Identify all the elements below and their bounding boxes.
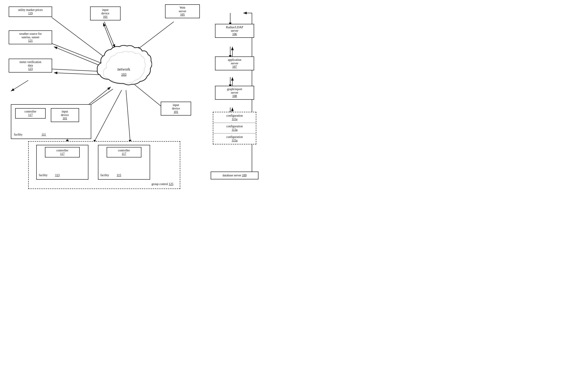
weather-source-ref: 121: [28, 39, 33, 42]
database-server-ref: 109: [242, 174, 246, 177]
graph-report-box: graph/reportserver 108: [215, 86, 254, 100]
radius-ldap-ref: 106: [232, 33, 237, 36]
application-server-box: applicationserver 107: [215, 56, 254, 70]
web-server-box: Webserver 105: [165, 4, 200, 18]
facility-115-label: facility 115: [100, 173, 121, 177]
controller-117-facility115-label: controller: [118, 149, 130, 152]
controller-117-facility113-box: controller 117: [45, 147, 80, 157]
input-device-right-label: inputdevice: [172, 103, 180, 110]
input-device-right-ref: 101: [174, 110, 178, 113]
graph-report-ref: 108: [232, 95, 237, 98]
application-server-label: applicationserver: [228, 58, 241, 65]
radius-ldap-box: Radius/LDAPserver 106: [215, 24, 254, 38]
weather-source-label: weather source forsunrise, sunset: [19, 32, 42, 39]
svg-line-27: [11, 80, 28, 91]
radius-ldap-label: Radius/LDAPserver: [226, 26, 243, 32]
database-server-box: database server 109: [211, 172, 258, 179]
controller-117-facility113-label: controller: [57, 149, 68, 152]
input-device-top-label: inputdevice: [101, 8, 110, 15]
controller-117-facility111-label: controller: [25, 110, 36, 113]
input-device-top-box: inputdevice 101: [90, 7, 121, 20]
meter-verification-box: meter verificationdata 123: [9, 59, 52, 72]
database-server-label: database server: [223, 174, 241, 177]
config-115a-ref: 115a: [232, 139, 238, 142]
network-cloud: network 103: [96, 43, 152, 91]
meter-verification-label: meter verificationdata: [20, 60, 41, 67]
weather-source-box: weather source forsunrise, sunset 121: [9, 30, 52, 44]
group-control-label: group control 125: [152, 182, 173, 186]
input-device-right-box: inputdevice 101: [161, 102, 191, 115]
svg-line-14: [93, 90, 122, 143]
input-device-facility111-box: inputdevice 101: [51, 108, 79, 122]
config-111a-ref: 111a: [232, 117, 237, 121]
graph-report-label: graph/reportserver: [227, 87, 242, 94]
application-server-ref: 107: [232, 65, 237, 69]
web-server-label: Webserver: [179, 6, 186, 13]
controller-117-facility113-ref: 117: [60, 152, 65, 155]
diagram: utility market prices 119 weather source…: [0, 0, 283, 196]
config-115a-label: configuration: [226, 135, 243, 139]
config-113a-box: configuration 113a: [213, 123, 256, 134]
controller-117-facility111-box: controller 117: [15, 108, 46, 119]
config-111a-label: configuration: [226, 114, 243, 117]
controller-117-facility111-ref: 117: [28, 113, 33, 117]
utility-market-label: utility market prices: [18, 8, 43, 12]
meter-verification-ref: 123: [28, 67, 33, 70]
facility-115-box: controller 117 facility 115: [98, 145, 150, 180]
network-label: network: [117, 67, 130, 71]
config-111a-box: configuration 111a: [213, 112, 256, 123]
svg-line-15: [126, 90, 130, 143]
config-115a-box: configuration 115a: [213, 134, 256, 144]
web-server-ref: 105: [180, 13, 185, 16]
input-device-top-ref: 101: [103, 15, 108, 18]
config-113a-ref: 113a: [232, 128, 238, 131]
facility-111-label: facility 111: [14, 133, 46, 136]
facility-113-box: controller 117 facility 113: [36, 145, 88, 180]
input-device-facility111-ref: 101: [63, 117, 67, 120]
controller-117-facility115-box: controller 117: [107, 147, 142, 157]
config-block: configuration 111a configuration 113a co…: [213, 112, 256, 144]
controller-117-facility115-ref: 117: [122, 152, 126, 155]
facility-113-label: facility 113: [39, 173, 59, 177]
config-113a-label: configuration: [226, 125, 243, 128]
network-ref: 103: [121, 72, 127, 76]
group-control-box: controller 117 facility 113 controller 1…: [28, 141, 180, 189]
input-device-facility111-label: inputdevice: [61, 110, 69, 117]
utility-market-box: utility market prices 119: [9, 7, 52, 17]
facility-111-box: controller 117 inputdevice 101 facility …: [11, 104, 91, 139]
cloud-svg: network 103: [96, 43, 152, 91]
utility-market-ref: 119: [28, 12, 33, 15]
